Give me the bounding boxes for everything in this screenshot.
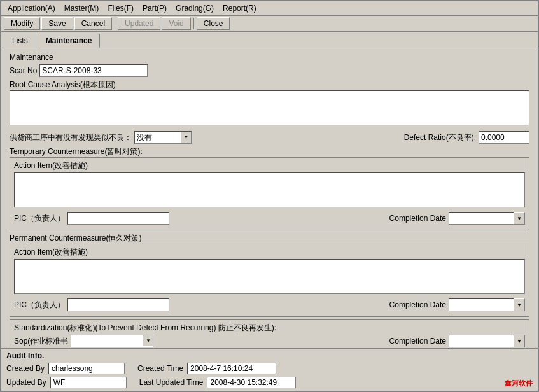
main-content: Maintenance Scar No Root Cause Analysis(… <box>1 47 538 348</box>
toolbar-separator-2 <box>193 18 194 29</box>
sop-label: Sop(作业标准书 <box>14 336 68 347</box>
created-time-field: Created Time 2008-4-7 16:10:24 <box>137 363 276 374</box>
brand-watermark: 鑫河软件 <box>505 379 533 388</box>
created-by-value: charlessong <box>48 363 125 374</box>
temp-countermeasure-section: Action Item(改善措施) PIC（负责人） Completion Da… <box>10 157 529 230</box>
action-item-perm-textarea[interactable] <box>14 259 525 294</box>
menu-part[interactable]: Part(P) <box>139 3 171 14</box>
sop-row: Sop(作业标准书 ▼ Completion Date ▼ <box>14 335 525 347</box>
defect-ratio-label: Defect Ratio(不良率): <box>404 132 476 143</box>
audit-row-2: Updated By WF Last Updated Time 2008-4-3… <box>6 377 533 388</box>
action-item-perm-label: Action Item(改善措施) <box>14 247 525 258</box>
close-button[interactable]: Close <box>197 17 230 30</box>
action-item-temp-label: Action Item(改善措施) <box>14 160 525 171</box>
updated-by-field: Updated By WF <box>6 377 127 388</box>
root-cause-label: Root Cause Analysis(根本原因) <box>10 80 529 90</box>
tab-maintenance[interactable]: Maintenance <box>38 34 101 48</box>
menu-files[interactable]: Files(F) <box>104 3 137 14</box>
created-time-label: Created Time <box>137 364 183 373</box>
menu-grading[interactable]: Grading(G) <box>172 3 218 14</box>
perm-countermeasure-section: Action Item(改善措施) PIC（负责人） Completion Da… <box>10 244 529 317</box>
completion-date-perm-wrapper: ▼ <box>449 298 525 311</box>
standardization-section: Standardization(标准化)(To Prevent Defect F… <box>10 319 529 348</box>
completion-date-temp-label: Completion Date <box>389 214 446 223</box>
completion-date-perm-btn[interactable]: ▼ <box>514 298 525 311</box>
maintenance-title: Maintenance <box>10 53 529 62</box>
menu-bar: Application(A) Master(M) Files(F) Part(P… <box>1 1 538 16</box>
tab-lists[interactable]: Lists <box>4 34 36 48</box>
sop-select-wrapper: ▼ <box>71 335 153 347</box>
created-by-label: Created By <box>6 364 45 373</box>
completion-date-std-wrapper: ▼ <box>449 335 525 347</box>
completion-date-std-label: Completion Date <box>389 337 446 346</box>
save-button[interactable]: Save <box>41 17 73 30</box>
updated-by-label: Updated By <box>6 378 46 387</box>
pic-perm-label: PIC（负责人） <box>14 300 65 311</box>
perm-pic-row: PIC（负责人） Completion Date ▼ <box>14 298 525 311</box>
last-updated-value: 2008-4-30 15:32:49 <box>207 377 296 388</box>
toolbar: Modify Save Cancel Updated Void Close <box>1 16 538 32</box>
scar-no-row: Scar No <box>10 64 529 77</box>
completion-date-temp-wrapper: ▼ <box>449 212 525 225</box>
main-window: Application(A) Master(M) Files(F) Part(P… <box>0 0 539 392</box>
menu-master[interactable]: Master(M) <box>60 3 103 14</box>
audit-bar: Audit Info. Created By charlessong Creat… <box>1 348 538 391</box>
perm-countermeasure-label: Permanent Countermeasure(恒久对策) <box>10 233 529 244</box>
void-button[interactable]: Void <box>162 17 190 30</box>
supplier-label: 供货商工序中有没有发现类似不良： <box>10 132 132 143</box>
updated-by-value: WF <box>50 377 127 388</box>
audit-row-1: Created By charlessong Created Time 2008… <box>6 363 533 374</box>
completion-date-temp-btn[interactable]: ▼ <box>514 212 525 225</box>
temp-pic-row: PIC（负责人） Completion Date ▼ <box>14 212 525 225</box>
audit-title: Audit Info. <box>6 351 533 360</box>
created-by-field: Created By charlessong <box>6 363 125 374</box>
defect-ratio-input[interactable] <box>479 131 529 144</box>
menu-report[interactable]: Report(R) <box>219 3 260 14</box>
standardization-label: Standardization(标准化)(To Prevent Defect F… <box>14 323 525 333</box>
sop-select[interactable] <box>71 335 153 347</box>
pic-perm-input[interactable] <box>67 298 169 311</box>
toolbar-separator <box>115 18 115 29</box>
pic-temp-input[interactable] <box>67 212 169 225</box>
cancel-button[interactable]: Cancel <box>74 17 112 30</box>
scar-no-label: Scar No <box>10 66 37 75</box>
root-cause-textarea[interactable] <box>10 90 529 125</box>
completion-date-std-btn[interactable]: ▼ <box>514 335 525 347</box>
created-time-value: 2008-4-7 16:10:24 <box>187 363 276 374</box>
modify-button[interactable]: Modify <box>4 17 40 30</box>
scar-no-input[interactable] <box>39 64 148 77</box>
supplier-select-wrapper: 没有 有 ▼ <box>134 131 192 144</box>
last-updated-field: Last Updated Time 2008-4-30 15:32:49 <box>139 377 297 388</box>
menu-application[interactable]: Application(A) <box>4 3 59 14</box>
action-item-temp-textarea[interactable] <box>14 172 525 207</box>
supplier-select[interactable]: 没有 有 <box>134 131 192 144</box>
temp-countermeasure-label: Temporary Countermeasure(暂时对策): <box>10 146 529 157</box>
tab-bar: Lists Maintenance <box>1 32 538 47</box>
updated-button[interactable]: Updated <box>118 17 160 30</box>
maintenance-section: Maintenance Scar No Root Cause Analysis(… <box>4 50 535 348</box>
pic-temp-label: PIC（负责人） <box>14 213 65 224</box>
last-updated-label: Last Updated Time <box>139 378 204 387</box>
supplier-row: 供货商工序中有没有发现类似不良： 没有 有 ▼ Defect Ratio(不良率… <box>10 131 529 144</box>
completion-date-perm-label: Completion Date <box>389 300 446 309</box>
